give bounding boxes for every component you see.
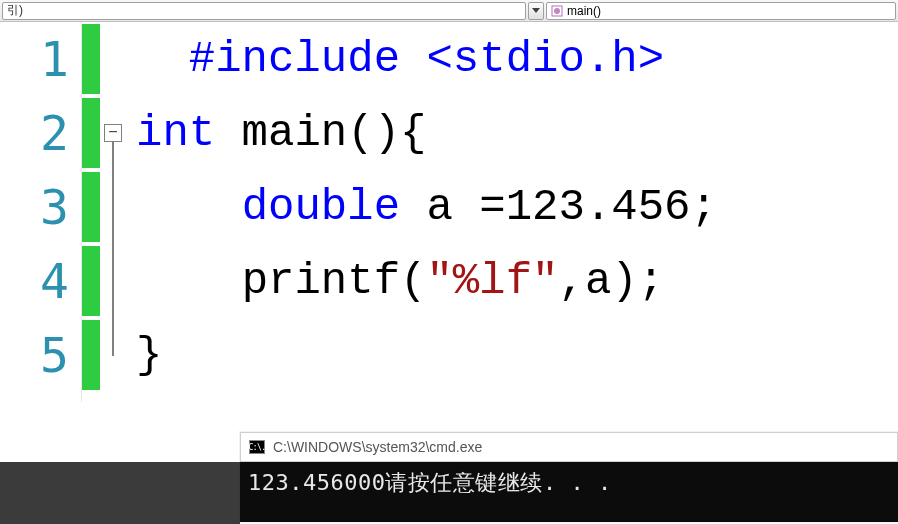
- change-marker: [82, 244, 100, 318]
- cmd-icon: C:\.: [249, 440, 265, 454]
- fold-cell: [100, 22, 130, 96]
- fold-toggle[interactable]: −: [104, 124, 122, 142]
- code-token: ,a);: [559, 256, 665, 306]
- code-token: "%lf": [426, 256, 558, 306]
- lower-panel-fragment: [0, 462, 240, 524]
- fold-column: −: [100, 22, 130, 402]
- code-line[interactable]: }: [136, 318, 898, 392]
- change-marker: [82, 170, 100, 244]
- code-line[interactable]: #include <stdio.h>: [136, 22, 898, 96]
- line-number: 3: [0, 170, 69, 244]
- change-marker: [82, 22, 100, 96]
- scope-dropdown-text: 引): [7, 2, 23, 19]
- function-dropdown-text: main(): [567, 4, 601, 18]
- change-marker-column: [82, 22, 100, 402]
- line-number: 5: [0, 318, 69, 392]
- fold-cell: [100, 318, 130, 392]
- code-token: double: [242, 182, 400, 232]
- scope-dropdown-arrow[interactable]: [528, 2, 544, 20]
- change-marker: [82, 318, 100, 392]
- function-icon: [551, 5, 563, 17]
- code-token: main(){: [215, 108, 426, 158]
- chevron-down-icon: [532, 8, 540, 14]
- line-number: 1: [0, 22, 69, 96]
- code-content[interactable]: #include <stdio.h>int main(){ double a =…: [130, 22, 898, 402]
- cmd-output-area[interactable]: 123.456000请按任意键继续. . .: [240, 462, 898, 522]
- fold-cell: [100, 170, 130, 244]
- cmd-title-text: C:\WINDOWS\system32\cmd.exe: [273, 439, 482, 455]
- cmd-window: C:\. C:\WINDOWS\system32\cmd.exe 123.456…: [240, 432, 898, 522]
- code-token: }: [136, 330, 162, 380]
- cmd-titlebar[interactable]: C:\. C:\WINDOWS\system32\cmd.exe: [240, 432, 898, 462]
- cmd-output-text: 123.456000请按任意键继续. . .: [248, 470, 612, 495]
- code-token: #include: [189, 34, 427, 84]
- scope-dropdown[interactable]: 引): [2, 2, 526, 20]
- line-number: 2: [0, 96, 69, 170]
- line-number: 4: [0, 244, 69, 318]
- top-toolbar: 引) main(): [0, 0, 898, 22]
- code-token: a =123.456;: [400, 182, 717, 232]
- code-line[interactable]: printf("%lf",a);: [136, 244, 898, 318]
- fold-cell: [100, 244, 130, 318]
- code-token: <stdio.h>: [426, 34, 664, 84]
- line-number-gutter: 12345: [0, 22, 82, 402]
- code-line[interactable]: int main(){: [136, 96, 898, 170]
- function-dropdown[interactable]: main(): [546, 2, 896, 20]
- code-editor[interactable]: 12345 − #include <stdio.h>int main(){ do…: [0, 22, 898, 402]
- svg-point-1: [554, 8, 560, 14]
- code-line[interactable]: double a =123.456;: [136, 170, 898, 244]
- change-marker: [82, 96, 100, 170]
- code-token: printf(: [242, 256, 427, 306]
- code-token: int: [136, 108, 215, 158]
- fold-cell: −: [100, 96, 130, 170]
